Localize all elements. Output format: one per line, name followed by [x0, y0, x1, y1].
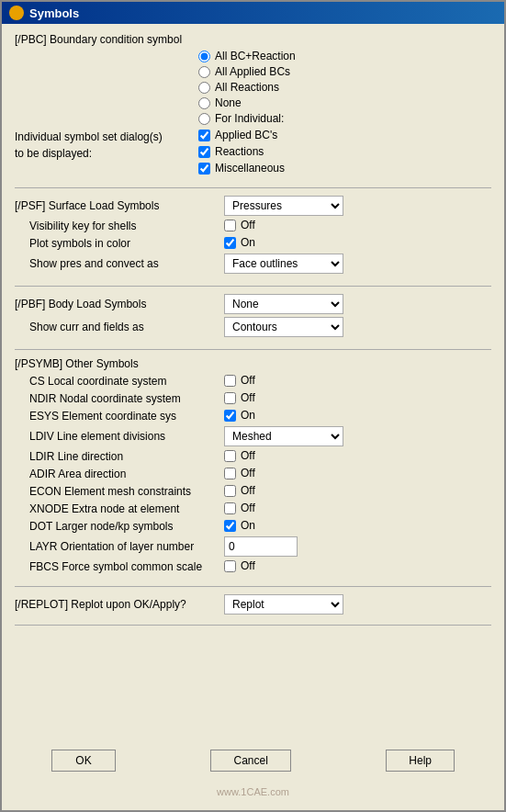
individual-label: Individual symbol set dialog(s) to be di… — [15, 129, 189, 162]
psf-convect-label: Show pres and convect as — [15, 257, 217, 270]
cb-adir-off[interactable]: Off — [224, 467, 255, 479]
cb-esys-on[interactable]: On — [224, 409, 255, 422]
esys-label: ESYS Element coordinate sys — [15, 410, 217, 423]
pbf-label: [/PBF] Body Load Symbols — [15, 298, 217, 310]
radio-label-for-individual: For Individual: — [215, 112, 284, 125]
title-bar: Symbols — [2, 2, 504, 24]
cb-cs-off[interactable]: Off — [224, 374, 255, 387]
adir-label: ADIR Area direction — [15, 468, 217, 480]
cb-reactions[interactable]: Reactions — [198, 145, 285, 158]
radio-label-all-bc-reaction: All BC+Reaction — [215, 50, 296, 62]
cb-label-applied-bcs: Applied BC's — [215, 129, 277, 141]
radio-label-none: None — [215, 96, 242, 109]
cb-ndir-off-label: Off — [241, 391, 255, 404]
cb-miscellaneous[interactable]: Miscellaneous — [198, 162, 285, 175]
cb-adir-off-label: Off — [241, 467, 255, 479]
cb-label-reactions: Reactions — [215, 145, 264, 158]
radio-label-all-applied-bcs: All Applied BCs — [215, 65, 290, 78]
cb-fbcs-off-label: Off — [241, 559, 255, 572]
psymb-row-esys: ESYS Element coordinate sys On — [15, 409, 491, 423]
replot-dropdown[interactable]: Replot Do not replot — [224, 594, 343, 615]
cb-color-on[interactable]: On — [224, 236, 255, 249]
symbols-dialog: Symbols [/PBC] Boundary condition symbol… — [0, 0, 506, 812]
divider-buttons — [15, 625, 491, 626]
psymb-row-layr: LAYR Orientation of layer number — [15, 536, 491, 557]
fbcs-label: FBCS Force symbol common scale — [15, 560, 217, 573]
cb-econ-off[interactable]: Off — [224, 484, 255, 497]
psymb-row-dot: DOT Larger node/kp symbols On — [15, 519, 491, 534]
pbc-label: [/PBC] Boundary condition symbol — [15, 33, 491, 46]
cb-xnode-off-label: Off — [241, 502, 255, 514]
cb-shells-off[interactable]: Off — [224, 219, 255, 231]
psymb-row-ldiv: LDIV Line element divisions Meshed None … — [15, 426, 491, 446]
cb-cs-off-label: Off — [241, 374, 255, 387]
layr-label: LAYR Orientation of layer number — [15, 540, 217, 553]
psf-row-color: Plot symbols in color On — [15, 236, 491, 251]
psymb-row-xnode: XNODE Extra node at element Off — [15, 502, 491, 516]
ldiv-dropdown[interactable]: Meshed None Undeformed — [224, 426, 343, 446]
replot-section: [/REPLOT] Replot upon OK/Apply? Replot D… — [15, 594, 491, 615]
psf-dropdown[interactable]: Pressures None — [224, 196, 343, 216]
ldir-label: LDIR Line direction — [15, 450, 217, 463]
cb-fbcs-off[interactable]: Off — [224, 559, 255, 572]
cb-ldir-off-label: Off — [241, 449, 255, 462]
radio-all-applied-bcs[interactable]: All Applied BCs — [198, 65, 296, 78]
psymb-label: [/PSYMB] Other Symbols — [15, 357, 491, 370]
cs-label: CS Local coordinate system — [15, 375, 217, 388]
psf-section: [/PSF] Surface Load Symbols Pressures No… — [15, 196, 491, 276]
radio-for-individual[interactable]: For Individual: — [198, 112, 296, 125]
dot-label: DOT Larger node/kp symbols — [15, 520, 217, 533]
psf-convect-dropdown[interactable]: Face outlines Arrows Contours — [224, 254, 343, 274]
psf-row-convect: Show pres and convect as Face outlines A… — [15, 254, 491, 274]
pbf-fields-dropdown[interactable]: Contours Arrows — [224, 317, 343, 337]
divider-replot — [15, 586, 491, 587]
cb-ldir-off[interactable]: Off — [224, 449, 255, 462]
cb-label-miscellaneous: Miscellaneous — [215, 162, 285, 175]
replot-label: [/REPLOT] Replot upon OK/Apply? — [15, 598, 217, 611]
psymb-row-ndir: NDIR Nodal coordinate system Off — [15, 391, 491, 406]
cancel-button[interactable]: Cancel — [210, 750, 290, 772]
layr-input[interactable] — [224, 536, 298, 557]
econ-label: ECON Element mesh constraints — [15, 485, 217, 498]
cb-dot-on[interactable]: On — [224, 519, 255, 532]
cb-ndir-off[interactable]: Off — [224, 391, 255, 404]
cb-dot-on-label: On — [241, 519, 255, 532]
individual-label2: to be displayed: — [15, 147, 92, 160]
radio-label-all-reactions: All Reactions — [215, 81, 279, 94]
psymb-section: [/PSYMB] Other Symbols CS Local coordina… — [15, 357, 491, 577]
individual-section: Individual symbol set dialog(s) to be di… — [15, 129, 491, 176]
divider-pbf — [15, 286, 491, 287]
buttons-row: OK Cancel Help — [15, 740, 491, 784]
individual-label1: Individual symbol set dialog(s) — [15, 130, 163, 143]
psf-label: [/PSF] Surface Load Symbols — [15, 199, 217, 212]
psymb-row-ldir: LDIR Line direction Off — [15, 449, 491, 464]
pbc-radio-group: All BC+Reaction All Applied BCs All Reac… — [198, 50, 296, 125]
pbf-dropdown[interactable]: None Arrows Contours — [224, 294, 343, 314]
help-button[interactable]: Help — [386, 750, 455, 772]
psymb-row-fbcs: FBCS Force symbol common scale Off — [15, 559, 491, 574]
cb-applied-bcs[interactable]: Applied BC's — [198, 129, 285, 141]
dialog-content: [/PBC] Boundary condition symbol All BC+… — [2, 24, 504, 810]
psf-color-label: Plot symbols in color — [15, 237, 217, 250]
radio-none[interactable]: None — [198, 96, 296, 109]
radio-all-reactions[interactable]: All Reactions — [198, 81, 296, 94]
psymb-row-econ: ECON Element mesh constraints Off — [15, 484, 491, 499]
xnode-label: XNODE Extra node at element — [15, 502, 217, 515]
ok-button[interactable]: OK — [51, 750, 116, 772]
divider-psymb — [15, 349, 491, 350]
cb-shells-off-label: Off — [241, 219, 255, 231]
psf-shells-label: Visibility key for shells — [15, 220, 217, 232]
radio-all-bc-reaction[interactable]: All BC+Reaction — [198, 50, 296, 62]
psf-header-row: [/PSF] Surface Load Symbols Pressures No… — [15, 196, 491, 216]
cb-xnode-off[interactable]: Off — [224, 502, 255, 514]
pbc-section: All BC+Reaction All Applied BCs All Reac… — [15, 50, 491, 125]
pbf-header-row: [/PBF] Body Load Symbols None Arrows Con… — [15, 294, 491, 314]
ldiv-label: LDIV Line element divisions — [15, 430, 217, 443]
divider-psf — [15, 187, 491, 188]
pbf-fields-label: Show curr and fields as — [15, 321, 217, 333]
watermark: www.1CAE.com — [15, 784, 491, 801]
psymb-row-cs: CS Local coordinate system Off — [15, 374, 491, 389]
pbf-section: [/PBF] Body Load Symbols None Arrows Con… — [15, 294, 491, 340]
cb-econ-off-label: Off — [241, 484, 255, 497]
ansys-icon — [9, 6, 24, 20]
